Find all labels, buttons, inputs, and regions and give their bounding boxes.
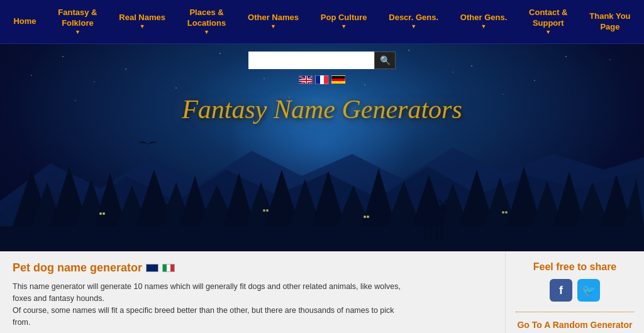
content-flag-uk[interactable]: [146, 264, 158, 272]
flag-french[interactable]: [315, 75, 329, 84]
svg-rect-12: [0, 226, 644, 251]
twitter-button[interactable]: 🐦: [577, 279, 600, 302]
svg-rect-52: [425, 225, 427, 239]
nav-real-names-arrow: ▼: [119, 23, 165, 31]
nav-descr-gens[interactable]: Descr. Gens. ▼: [385, 10, 442, 33]
svg-rect-43: [154, 204, 158, 206]
svg-rect-42: [158, 203, 165, 214]
nav-real-names[interactable]: Real Names ▼: [115, 10, 169, 33]
social-icons: f 🐦: [516, 279, 634, 302]
svg-rect-45: [158, 214, 161, 226]
forest-silhouette: [0, 151, 644, 251]
share-title: Feel free to share: [516, 261, 634, 273]
content-area: Pet dog name generator This name generat…: [0, 251, 644, 333]
page-title: Pet dog name generator: [13, 261, 492, 275]
hero-title: Fantasy Name Generators: [182, 94, 462, 124]
flag-german[interactable]: [331, 75, 345, 84]
nav-contact-arrow: ▼: [529, 29, 567, 36]
random-generator-link[interactable]: Go To A Random Generator: [516, 312, 634, 330]
content-flag-it[interactable]: [162, 264, 175, 272]
search-input[interactable]: [248, 52, 374, 69]
page-description: This name generator will generate 10 nam…: [13, 281, 402, 328]
svg-rect-46: [162, 214, 165, 226]
nav-home[interactable]: Home: [9, 14, 40, 30]
search-icon: 🔍: [380, 55, 391, 65]
search-button[interactable]: 🔍: [374, 52, 396, 69]
sidebar: Feel free to share f 🐦 Go To A Random Ge…: [506, 251, 644, 333]
svg-rect-41: [159, 198, 164, 203]
svg-rect-8: [299, 80, 313, 81]
svg-point-59: [266, 209, 269, 212]
svg-rect-44: [165, 204, 169, 206]
search-bar: 🔍: [248, 52, 396, 69]
svg-point-63: [505, 211, 508, 214]
flag-english[interactable]: [299, 75, 313, 84]
nav-other-gens-arrow: ▼: [460, 23, 507, 31]
svg-point-58: [263, 209, 265, 212]
nav-thank-you[interactable]: Thank YouPage: [586, 9, 634, 35]
bird-silhouette: [138, 138, 157, 154]
uk-flag-svg: [299, 76, 313, 84]
main-nav: Home Fantasy &Folklore ▼ Real Names ▼ Pl…: [0, 0, 644, 44]
nav-places[interactable]: Places &Locations ▼: [184, 5, 230, 38]
svg-rect-53: [430, 225, 432, 239]
nav-pop-culture[interactable]: Pop Culture ▼: [317, 10, 371, 33]
facebook-button[interactable]: f: [550, 279, 572, 302]
svg-point-60: [364, 216, 366, 218]
nav-pop-culture-arrow: ▼: [321, 23, 367, 31]
nav-descr-gens-arrow: ▼: [389, 23, 438, 31]
nav-other-names[interactable]: Other Names ▼: [244, 10, 303, 33]
twitter-icon: 🐦: [582, 283, 596, 297]
language-flags: [299, 75, 345, 84]
svg-point-57: [103, 212, 105, 215]
nav-fantasy[interactable]: Fantasy &Folklore ▼: [54, 5, 101, 38]
main-content: Pet dog name generator This name generat…: [0, 251, 506, 333]
svg-point-61: [367, 216, 369, 218]
nav-contact[interactable]: Contact &Support ▼: [525, 5, 571, 38]
hero-section: 🔍 Fantasy Name Generators: [0, 44, 644, 251]
svg-point-62: [502, 211, 504, 214]
nav-other-names-arrow: ▼: [248, 23, 299, 31]
nav-fantasy-arrow: ▼: [58, 29, 97, 36]
nav-places-arrow: ▼: [187, 29, 226, 36]
svg-rect-55: [441, 225, 443, 239]
svg-point-49: [439, 204, 447, 213]
svg-point-56: [99, 212, 102, 215]
nav-other-gens[interactable]: Other Gens. ▼: [457, 10, 511, 33]
svg-rect-54: [436, 225, 438, 239]
facebook-icon: f: [559, 284, 563, 297]
